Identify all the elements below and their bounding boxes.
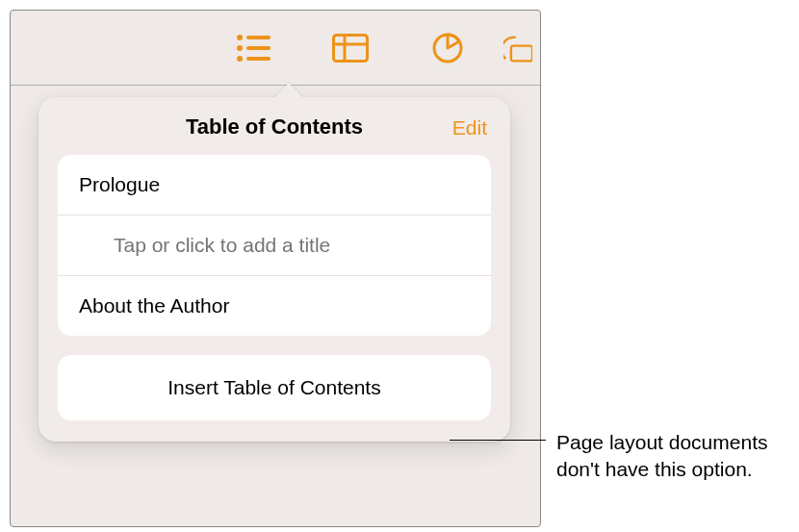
table-of-contents-popover: Table of Contents Edit Prologue Tap or c… (39, 97, 510, 442)
popover-arrow (274, 83, 303, 98)
svg-rect-6 (333, 35, 367, 61)
table-icon[interactable] (309, 30, 391, 66)
shape-partial-icon (503, 32, 532, 64)
list-icon (236, 34, 271, 63)
shape-icon[interactable] (503, 30, 540, 66)
callout-leader-line (450, 440, 546, 441)
pie-chart-icon (431, 32, 464, 64)
chart-icon[interactable] (406, 30, 488, 66)
svg-rect-1 (246, 36, 271, 39)
toc-item[interactable]: Prologue (58, 155, 491, 215)
table-grid-icon (332, 34, 369, 63)
svg-point-2 (237, 45, 243, 51)
insert-toc-button[interactable]: Insert Table of Contents (58, 355, 491, 420)
callout-text: Page layout documents don't have this op… (556, 429, 792, 484)
toc-item[interactable]: About the Author (58, 276, 491, 336)
toc-list: Prologue Tap or click to add a title Abo… (58, 155, 491, 336)
popover-header: Table of Contents Edit (58, 114, 491, 139)
popover-title: Table of Contents (186, 114, 363, 139)
svg-rect-5 (246, 57, 271, 61)
edit-button[interactable]: Edit (452, 116, 487, 139)
svg-rect-3 (246, 46, 271, 50)
app-frame: Table of Contents Edit Prologue Tap or c… (10, 10, 541, 527)
svg-point-0 (237, 35, 243, 40)
svg-rect-10 (511, 45, 532, 61)
svg-point-4 (237, 56, 243, 62)
popover-container: Table of Contents Edit Prologue Tap or c… (39, 97, 510, 442)
list-view-icon[interactable] (212, 30, 294, 66)
toolbar (11, 11, 540, 86)
toc-item-placeholder[interactable]: Tap or click to add a title (58, 215, 491, 276)
